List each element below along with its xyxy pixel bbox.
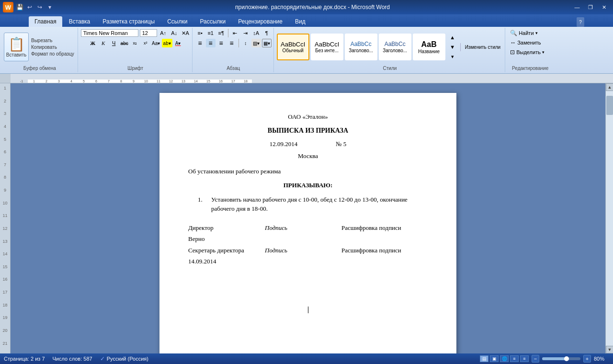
style-normal[interactable]: AaBbCcI Обычный [277,34,309,60]
document-area[interactable]: ОАО «Эталон» ВЫПИСКА ИЗ ПРИКАЗА 12.09.20… [11,83,605,353]
command-word[interactable]: ПРИКАЗЫВАЮ: [188,181,428,190]
font-color-button[interactable]: A▾ [173,39,183,47]
scroll-down-button[interactable]: ▼ [606,346,613,353]
document-title[interactable]: ВЫПИСКА ИЗ ПРИКАЗА [188,125,428,136]
find-button[interactable]: 🔍 Найти ▾ [508,29,539,37]
para-group-content: ≡• ≡1 ≡¶ ⇤ ⇥ ↕A ¶ ≡ ≡ ≡ ≡ ↕ ▨▾ ▦▾ [195,29,272,65]
item-text-1[interactable]: Установить начало рабочего дня с 10-00, … [211,195,428,214]
change-case-button[interactable]: Аа▾ [151,39,161,47]
font-size-input[interactable] [140,29,157,37]
scroll-track[interactable] [606,91,613,346]
styles-up-btn[interactable]: ▲ [448,33,457,42]
web-layout-btn[interactable]: 🌐 [500,355,509,362]
tab-mailings[interactable]: Рассылки [194,16,231,27]
align-right-button[interactable]: ≡ [216,39,226,47]
align-left-button[interactable]: ≡ [195,39,205,47]
replace-button[interactable]: ↔ Заменить [508,38,543,47]
justify-button[interactable]: ≡ [227,39,237,47]
word-count-status[interactable]: Число слов: 587 [53,356,92,362]
decrease-indent-button[interactable]: ⇤ [230,29,240,37]
increase-indent-button[interactable]: ⇥ [241,29,250,37]
zoom-out-button[interactable]: − [532,355,539,363]
tab-references[interactable]: Ссылки [161,16,193,27]
multilevel-button[interactable]: ≡¶ [216,29,226,37]
ribbon-help-btn[interactable]: ? [577,17,584,27]
bold-button[interactable]: Ж [88,39,98,47]
window-title: приложение. распорядительные док.docx - … [54,4,571,11]
style-no-spacing[interactable]: AaBbCcI Без инте... [311,34,343,60]
format-painter-button[interactable]: Формат по образцу [30,51,76,57]
tab-page-layout[interactable]: Разметка страницы [97,16,160,27]
strikethrough-button[interactable]: abc [120,39,129,47]
scroll-thumb[interactable] [606,96,613,115]
document-location[interactable]: Москва [188,151,428,161]
scroll-up-button[interactable]: ▲ [606,83,613,91]
word-count: Число слов: 587 [53,356,92,362]
page-status[interactable]: Страница: 2 из 7 [4,356,45,362]
print-layout-btn[interactable]: ▤ [480,355,488,362]
numbered-button[interactable]: ≡1 [206,29,216,37]
title-bar: W 💾 ↩ ↪ ▾ приложение. распорядительные д… [0,0,613,14]
decrease-font-btn[interactable]: A↓ [170,29,179,37]
document-page[interactable]: ОАО «Эталон» ВЫПИСКА ИЗ ПРИКАЗА 12.09.20… [159,93,456,353]
draft-btn[interactable]: ≡ [520,355,529,362]
highlight-button[interactable]: ab▾ [162,39,172,47]
signature-row-2: Верно [188,234,428,244]
zoom-thumb[interactable] [564,356,569,361]
shading-button[interactable]: ▨▾ [251,39,261,47]
tab-review[interactable]: Рецензирование [232,16,288,27]
customize-quick-btn[interactable]: ▾ [45,3,54,11]
font-name-input[interactable] [81,29,138,37]
style-no-spacing-label: Без инте... [315,48,339,53]
select-button[interactable]: ⊡ Выделить ▾ [508,48,546,57]
subscript-button[interactable]: x₂ [130,39,140,47]
minimize-button[interactable]: — [571,2,583,12]
increase-font-btn[interactable]: A↑ [159,29,168,37]
outline-btn[interactable]: ≡ [510,355,519,362]
undo-quick-btn[interactable]: ↩ [25,3,34,11]
tab-home[interactable]: Главная [29,16,62,27]
cut-button[interactable]: Вырезать [30,37,76,44]
document-date[interactable]: 12.09.2014 [270,139,298,149]
styles-more-btn[interactable]: ▾ [448,52,457,61]
underline-button[interactable]: Ч [109,39,119,47]
style-heading2-preview: AaBbCc [385,41,406,47]
ordered-item-1[interactable]: 1. Установить начало рабочего дня с 10-0… [198,195,428,214]
sort-button[interactable]: ↕A [251,29,261,37]
language-status[interactable]: ✓ Русский (Россия) [100,355,148,362]
redo-quick-btn[interactable]: ↪ [35,3,44,11]
style-heading1[interactable]: AaBbCc Заголово... [345,34,377,60]
paste-button[interactable]: 📋 Вставить [4,33,29,61]
copy-button[interactable]: Копировать [30,44,76,50]
bullets-button[interactable]: ≡• [195,29,205,37]
show-marks-button[interactable]: ¶ [262,29,272,37]
tab-insert[interactable]: Вставка [63,16,96,27]
styles-down-btn[interactable]: ▼ [448,43,457,51]
window-controls: — ❐ ✕ [571,2,610,12]
document-subject[interactable]: Об установлении рабочего режима [188,167,428,176]
org-name[interactable]: ОАО «Эталон» [188,112,428,122]
change-styles-button[interactable]: Изменить стили [463,43,503,51]
borders-button[interactable]: ▦▾ [262,39,272,47]
document-number[interactable]: № 5 [336,139,346,149]
full-reading-btn[interactable]: ▣ [490,355,499,362]
align-center-button[interactable]: ≡ [206,39,216,47]
save-quick-btn[interactable]: 💾 [15,3,24,11]
text-cursor-area[interactable] [188,305,428,314]
restore-button[interactable]: ❐ [584,2,597,12]
zoom-slider[interactable] [542,357,580,360]
italic-button[interactable]: К [99,39,108,47]
zoom-level[interactable]: 80% [594,356,609,362]
vertical-scrollbar[interactable]: ▲ ▼ [605,83,613,353]
zoom-in-button[interactable]: + [583,355,591,363]
close-button[interactable]: ✕ [598,2,610,12]
superscript-button[interactable]: x² [141,39,150,47]
style-title[interactable]: АаВ Название [413,34,445,60]
style-heading1-preview: AaBbCc [351,41,372,47]
style-heading2[interactable]: AaBbCc Заголово... [379,34,411,60]
clear-format-btn[interactable]: ✕A [181,29,190,37]
ruler-left-margin [0,74,11,83]
office-logo-icon[interactable]: W [3,2,13,12]
tab-view[interactable]: Вид [289,16,311,27]
line-spacing-button[interactable]: ↕ [241,39,250,47]
